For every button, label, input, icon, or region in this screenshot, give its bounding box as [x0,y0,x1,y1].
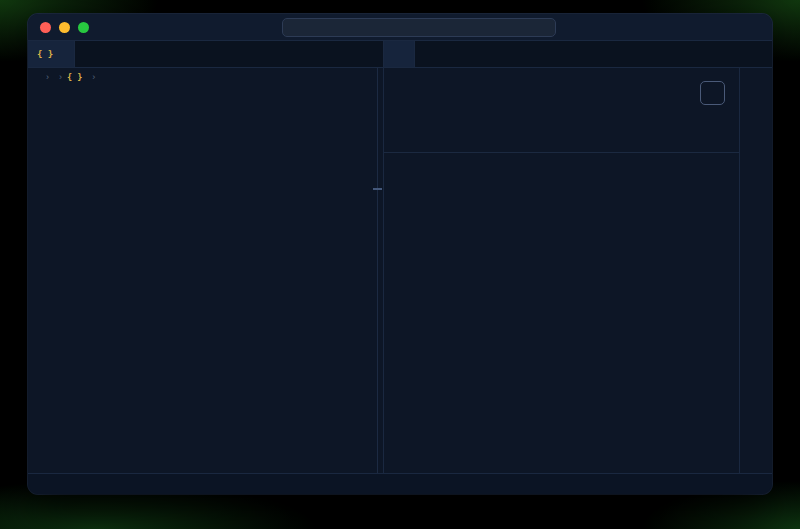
zoom-window-button[interactable] [78,22,89,33]
overview-ruler-marker [373,188,382,190]
chevron-right-icon: › [59,72,62,82]
divider [384,152,739,153]
status-bar [28,473,772,494]
project-type-row [403,129,725,144]
minimize-window-button[interactable] [59,22,70,33]
tab-bar: { } [28,41,772,68]
tab-reactapp-details[interactable] [384,41,415,67]
vscode-window: { } › › [28,14,772,494]
command-center-search[interactable] [282,18,556,37]
right-editor-tabs [384,41,772,67]
activity-bar [739,68,772,473]
title-bar [28,14,772,41]
chevron-right-icon: › [92,72,95,82]
codelens-blame[interactable] [77,86,383,99]
left-editor-tabs: { } [28,41,384,67]
breadcrumb: › › { } › [28,68,383,86]
project-details-panel [384,68,739,473]
json-file-icon: { } [37,49,53,59]
traffic-lights [40,22,89,33]
tab-project-json[interactable]: { } [28,41,75,67]
json-file-icon: { } [67,72,82,82]
close-window-button[interactable] [40,22,51,33]
code-editor[interactable]: › › { } › [28,68,384,473]
view-in-graph-button[interactable] [700,81,725,105]
project-root-row [403,114,725,129]
chevron-right-icon: › [46,72,49,82]
overview-ruler [377,68,378,473]
